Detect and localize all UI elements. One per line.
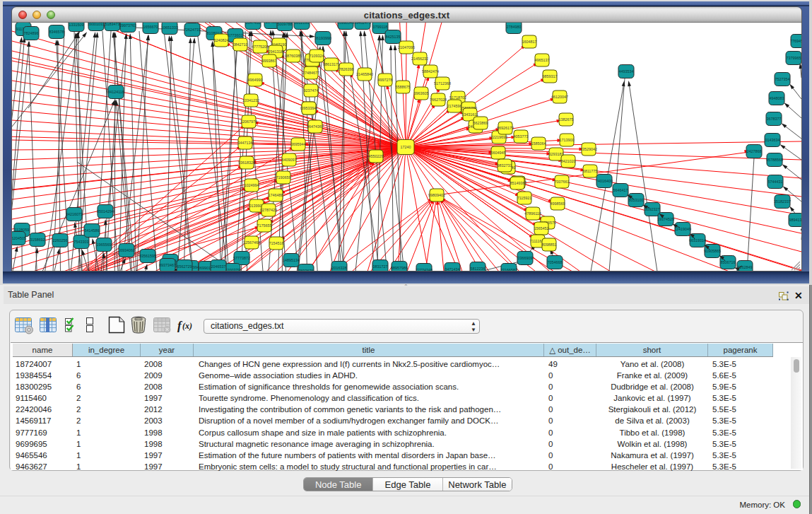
svg-text:1024994: 1024994 — [245, 183, 259, 187]
svg-text:0842710: 0842710 — [233, 42, 248, 47]
svg-text:0366909: 0366909 — [518, 256, 533, 260]
svg-text:7175655: 7175655 — [257, 223, 272, 228]
svg-text:5414586: 5414586 — [85, 228, 100, 233]
svg-text:2784980: 2784980 — [507, 25, 522, 29]
svg-text:6409097: 6409097 — [282, 158, 297, 162]
svg-text:3447134: 3447134 — [238, 141, 253, 145]
svg-text:77694531: 77694531 — [790, 39, 801, 43]
svg-text:51712368: 51712368 — [434, 81, 451, 86]
svg-text:86926179: 86926179 — [497, 126, 514, 130]
svg-text:5183473: 5183473 — [105, 23, 120, 26]
svg-text:33529042: 33529042 — [580, 147, 597, 151]
svg-text:3695944: 3695944 — [291, 142, 306, 146]
svg-text:7154516: 7154516 — [269, 241, 284, 245]
svg-text:5623869: 5623869 — [473, 121, 488, 125]
svg-text:4053773: 4053773 — [514, 134, 529, 139]
svg-text:1746488: 1746488 — [269, 193, 283, 197]
svg-text:8421020: 8421020 — [561, 159, 576, 163]
svg-text:1965569: 1965569 — [97, 243, 112, 247]
svg-text:19374529: 19374529 — [657, 217, 674, 221]
svg-text:4965137: 4965137 — [535, 58, 550, 62]
svg-text:8425135: 8425135 — [386, 35, 401, 39]
svg-text:3158692: 3158692 — [30, 238, 45, 242]
svg-text:51718702: 51718702 — [449, 95, 466, 100]
svg-text:7109324: 7109324 — [310, 54, 324, 58]
svg-text:4493534: 4493534 — [619, 69, 634, 74]
svg-text:39301031: 39301031 — [88, 23, 105, 26]
svg-text:12067974: 12067974 — [240, 119, 257, 124]
svg-text:57773872: 57773872 — [233, 256, 250, 260]
svg-text:4997278: 4997278 — [378, 78, 393, 82]
svg-text:(x): (x) — [182, 321, 192, 331]
svg-text:7190659: 7190659 — [276, 175, 291, 180]
svg-text:14895134: 14895134 — [283, 258, 300, 262]
svg-text:1382675: 1382675 — [559, 117, 574, 122]
svg-text:58842474: 58842474 — [422, 69, 439, 74]
svg-text:0799118: 0799118 — [373, 25, 388, 29]
svg-text:9237474: 9237474 — [304, 88, 319, 93]
svg-text:35182337: 35182337 — [774, 199, 791, 204]
svg-text:21465840: 21465840 — [356, 72, 373, 76]
svg-text:46120047: 46120047 — [551, 95, 568, 99]
svg-text:8098851: 8098851 — [542, 243, 557, 247]
svg-text:8506716: 8506716 — [721, 260, 736, 264]
svg-text:10651333: 10651333 — [161, 25, 178, 30]
svg-text:6562729: 6562729 — [177, 264, 192, 269]
svg-text:2260256: 2260256 — [53, 238, 68, 243]
svg-text:66319314: 66319314 — [689, 238, 706, 243]
svg-text:4948083: 4948083 — [770, 96, 784, 100]
svg-text:7527354: 7527354 — [775, 77, 790, 81]
svg-text:1565452: 1565452 — [534, 226, 549, 230]
svg-text:16934060: 16934060 — [118, 248, 135, 252]
svg-text:83561595: 83561595 — [139, 254, 156, 258]
svg-text:88957986: 88957986 — [391, 266, 408, 270]
svg-text:74016400: 74016400 — [596, 179, 613, 183]
svg-text:84124118: 84124118 — [107, 90, 124, 94]
svg-text:7007661: 7007661 — [555, 180, 570, 184]
svg-text:4998569: 4998569 — [551, 201, 565, 206]
svg-text:3678377: 3678377 — [767, 117, 782, 121]
svg-text:13431611: 13431611 — [461, 112, 478, 117]
svg-text:47896118: 47896118 — [524, 211, 541, 216]
svg-text:16998543: 16998543 — [337, 23, 354, 25]
svg-text:91905865: 91905865 — [704, 249, 721, 253]
svg-text:93618324: 93618324 — [238, 160, 255, 165]
svg-text:5744431: 5744431 — [768, 180, 783, 184]
svg-text:47775204: 47775204 — [252, 45, 269, 49]
svg-text:99809402: 99809402 — [428, 193, 445, 197]
svg-text:5812236: 5812236 — [471, 267, 486, 271]
svg-text:0647468: 0647468 — [246, 23, 261, 25]
svg-text:8346578: 8346578 — [49, 30, 64, 34]
svg-text:26204505: 26204505 — [12, 236, 26, 240]
svg-text:08760385: 08760385 — [285, 54, 302, 58]
svg-text:89373467: 89373467 — [159, 263, 176, 267]
svg-text:12419049: 12419049 — [674, 227, 691, 231]
svg-text:1713900: 1713900 — [560, 138, 575, 142]
svg-text:8053100: 8053100 — [629, 198, 644, 202]
svg-text:27484677: 27484677 — [302, 71, 319, 75]
svg-text:3092327: 3092327 — [645, 207, 660, 211]
svg-text:9859317: 9859317 — [543, 74, 558, 78]
svg-text:9894134: 9894134 — [789, 218, 802, 222]
svg-text:34216073: 34216073 — [66, 212, 83, 216]
svg-text:5646417: 5646417 — [613, 188, 628, 192]
svg-text:29973763: 29973763 — [119, 23, 136, 28]
svg-text:53462475: 53462475 — [354, 23, 371, 25]
svg-text:6811775: 6811775 — [583, 169, 598, 173]
svg-text:1331509: 1331509 — [69, 23, 84, 27]
svg-text:0143634: 0143634 — [765, 138, 780, 142]
svg-text:3293183: 3293183 — [549, 152, 564, 156]
svg-text:2046537: 2046537 — [211, 264, 226, 269]
svg-text:5009788: 5009788 — [278, 23, 293, 26]
svg-text:13341232: 13341232 — [242, 98, 259, 103]
svg-text:5604945: 5604945 — [491, 151, 506, 155]
svg-text:46474367: 46474367 — [307, 124, 324, 129]
svg-text:8514936: 8514936 — [510, 181, 525, 185]
svg-text:7824896: 7824896 — [24, 31, 39, 35]
svg-text:2427868: 2427868 — [747, 149, 762, 153]
svg-text:21047095: 21047095 — [398, 45, 415, 49]
svg-text:0831727: 0831727 — [373, 264, 388, 269]
svg-text:9993867: 9993867 — [262, 59, 277, 63]
svg-text:76627028: 76627028 — [430, 98, 447, 102]
svg-text:4964990: 4964990 — [248, 78, 263, 82]
